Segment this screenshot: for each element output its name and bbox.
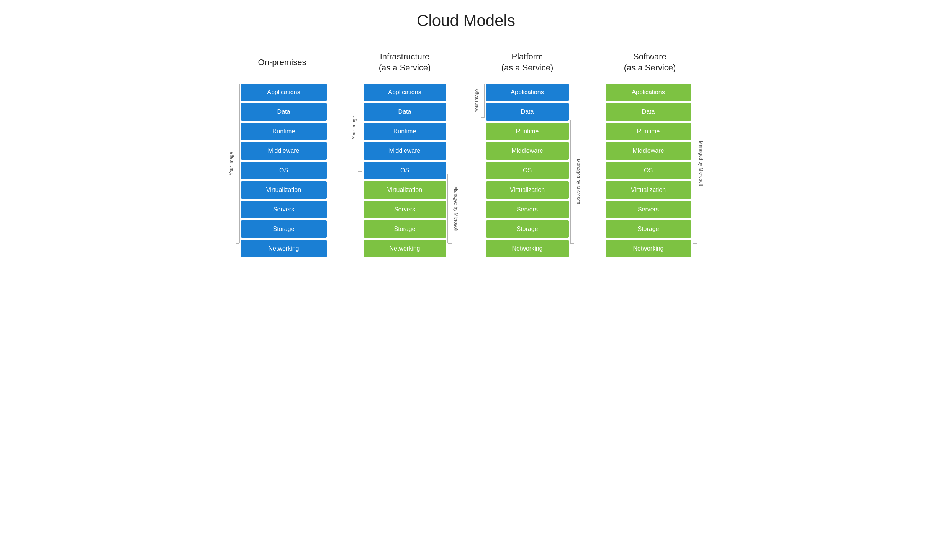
models-container: On-premisesYour ImageApplicationsDataRun…	[198, 49, 734, 257]
model-column-iaas: Infrastructure (as a Service)Your ImageA…	[351, 49, 459, 257]
page-title: Cloud Models	[417, 11, 515, 30]
layer-box-on-premises-1: Data	[241, 103, 327, 121]
bracket-label-right: Managed by Microsoft	[575, 159, 581, 204]
layer-box-saas-1: Data	[606, 103, 691, 121]
layer-box-paas-4: OS	[486, 162, 569, 179]
layers-stack-on-premises: ApplicationsDataRuntimeMiddlewareOSVirtu…	[241, 84, 327, 257]
layer-box-paas-0: Applications	[486, 84, 569, 101]
layer-box-iaas-1: Data	[364, 103, 446, 121]
bracket-label-left: Your Image	[228, 152, 234, 175]
layer-box-paas-7: Storage	[486, 220, 569, 238]
layer-box-saas-5: Virtualization	[606, 181, 691, 199]
layers-stack-paas: ApplicationsDataRuntimeMiddlewareOSVirtu…	[486, 84, 569, 257]
layer-box-saas-2: Runtime	[606, 123, 691, 140]
layer-box-iaas-0: Applications	[364, 84, 446, 101]
model-column-saas: Software (as a Service)ApplicationsDataR…	[596, 49, 704, 257]
layer-box-on-premises-3: Middleware	[241, 142, 327, 160]
model-title-iaas: Infrastructure (as a Service)	[379, 49, 431, 76]
layer-box-on-premises-4: OS	[241, 162, 327, 179]
layer-box-on-premises-6: Servers	[241, 201, 327, 218]
model-title-saas: Software (as a Service)	[624, 49, 676, 76]
layer-box-iaas-7: Storage	[364, 220, 446, 238]
layer-box-iaas-2: Runtime	[364, 123, 446, 140]
layer-box-iaas-3: Middleware	[364, 142, 446, 160]
layer-box-paas-6: Servers	[486, 201, 569, 218]
layer-box-iaas-4: OS	[364, 162, 446, 179]
model-title-paas: Platform (as a Service)	[501, 49, 554, 76]
bracket-label-left: Your Image	[351, 116, 356, 139]
layer-box-paas-2: Runtime	[486, 123, 569, 140]
layer-box-on-premises-8: Networking	[241, 240, 327, 257]
layer-box-on-premises-7: Storage	[241, 220, 327, 238]
layer-box-saas-6: Servers	[606, 201, 691, 218]
layer-box-on-premises-0: Applications	[241, 84, 327, 101]
model-column-paas: Platform (as a Service)Your ImageApplica…	[474, 49, 581, 257]
layer-box-paas-1: Data	[486, 103, 569, 121]
layer-box-paas-3: Middleware	[486, 142, 569, 160]
layer-box-on-premises-5: Virtualization	[241, 181, 327, 199]
model-column-on-premises: On-premisesYour ImageApplicationsDataRun…	[229, 49, 336, 257]
layer-box-saas-7: Storage	[606, 220, 691, 238]
layer-box-saas-0: Applications	[606, 84, 691, 101]
bracket-label-left: Your Image	[473, 89, 479, 112]
layer-box-iaas-8: Networking	[364, 240, 446, 257]
layer-box-saas-3: Middleware	[606, 142, 691, 160]
bracket-label-right: Managed by Microsoft	[698, 141, 703, 186]
model-title-on-premises: On-premises	[258, 49, 306, 76]
layer-box-saas-8: Networking	[606, 240, 691, 257]
layer-box-saas-4: OS	[606, 162, 691, 179]
layer-box-paas-8: Networking	[486, 240, 569, 257]
layer-box-iaas-6: Servers	[364, 201, 446, 218]
bracket-label-right: Managed by Microsoft	[453, 186, 458, 231]
layer-box-iaas-5: Virtualization	[364, 181, 446, 199]
layer-box-on-premises-2: Runtime	[241, 123, 327, 140]
layers-stack-saas: ApplicationsDataRuntimeMiddlewareOSVirtu…	[606, 84, 691, 257]
layer-box-paas-5: Virtualization	[486, 181, 569, 199]
layers-stack-iaas: ApplicationsDataRuntimeMiddlewareOSVirtu…	[364, 84, 446, 257]
